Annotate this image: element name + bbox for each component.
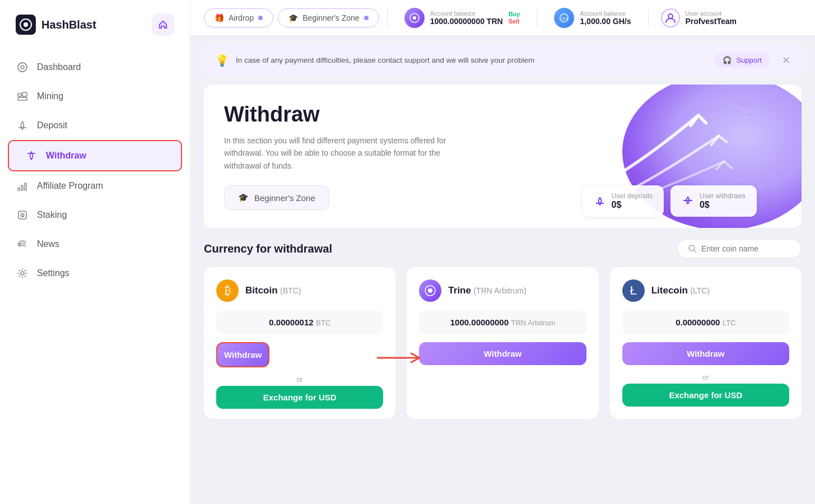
svg-point-14	[21, 272, 24, 275]
svg-rect-6	[18, 97, 27, 100]
coin-search-input[interactable]	[701, 244, 791, 253]
news-icon	[16, 237, 29, 251]
ltc-name-block: Litecoin (LTC)	[651, 285, 710, 296]
account-block-1: Account balance 1000.00000000 TRN Buy Se…	[395, 8, 529, 28]
coin-search-box[interactable]	[677, 239, 802, 258]
svg-text:$: $	[22, 213, 25, 218]
deposit-icon	[16, 119, 29, 132]
btc-card: ₿ Bitcoin (BTC) 0.00000012 BTC Withdraw	[204, 267, 395, 419]
sidebar-item-news[interactable]: News	[0, 230, 190, 259]
btc-exchange-button[interactable]: Exchange for USD	[216, 386, 383, 409]
btc-or-divider: or	[216, 375, 383, 384]
svg-point-2	[18, 63, 27, 72]
svg-rect-5	[22, 92, 27, 96]
ltc-exchange-button[interactable]: Exchange for USD	[622, 384, 789, 407]
sidebar-item-staking[interactable]: $ Staking	[0, 200, 190, 230]
sidebar-item-settings[interactable]: Settings	[0, 259, 190, 288]
airdrop-dot	[258, 16, 263, 20]
ltc-card: Ł Litecoin (LTC) 0.00000000 LTC Withdraw…	[610, 267, 802, 419]
search-icon	[688, 244, 697, 253]
sidebar-item-mining[interactable]: Mining	[0, 82, 190, 111]
airdrop-tab[interactable]: 🎁 Airdrop	[204, 8, 273, 27]
user-account-block: User account ProfvestTeam	[661, 8, 737, 27]
account-info-1: Account balance 1000.00000000 TRN	[430, 10, 503, 26]
logo-icon	[16, 15, 36, 35]
user-info: User account ProfvestTeam	[686, 10, 737, 26]
svg-point-19	[668, 14, 673, 18]
sidebar-item-withdraw[interactable]: Withdraw	[8, 140, 182, 171]
svg-rect-9	[25, 183, 26, 190]
beginners-zone-button[interactable]: 🎓 Beginner's Zone	[224, 185, 329, 210]
mining-icon	[16, 90, 29, 103]
svg-rect-4	[18, 94, 21, 96]
alert-icon: 💡	[215, 54, 229, 67]
topbar: 🎁 Airdrop 🎓 Beginner's Zone Account bala…	[190, 0, 815, 36]
account-avatar-2: GH	[554, 8, 574, 28]
stat-deposits-info: User deposits 0$	[612, 192, 653, 210]
topbar-divider-2	[537, 9, 537, 27]
withdraw-hero: Withdraw In this section you will find d…	[204, 85, 802, 228]
ltc-or-divider: or	[622, 373, 789, 381]
currency-cards: ₿ Bitcoin (BTC) 0.00000012 BTC Withdraw	[204, 267, 802, 419]
beginners-tab[interactable]: 🎓 Beginner's Zone	[278, 8, 379, 27]
close-alert-button[interactable]: ✕	[782, 54, 790, 67]
stat-withdraws-icon	[682, 195, 694, 207]
stat-deposits-icon	[594, 195, 606, 207]
ltc-header: Ł Litecoin (LTC)	[622, 279, 789, 302]
svg-point-22	[428, 288, 432, 293]
logo-left: HashBlast	[16, 15, 96, 35]
trn-name-block: Trine (TRN Arbitrum)	[448, 285, 526, 296]
svg-rect-8	[21, 185, 23, 190]
support-button[interactable]: 🎧 Support	[715, 53, 770, 68]
sidebar-item-dashboard[interactable]: Dashboard	[0, 53, 190, 82]
hero-stats: User deposits 0$ User withdraws 0$	[576, 185, 757, 217]
sidebar-item-affiliate[interactable]: Affiliate Program	[0, 171, 190, 200]
alert-banner: 💡 In case of any payment difficulties, p…	[204, 45, 802, 76]
trn-balance: 1000.00000000 TRN Arbitrum	[419, 311, 586, 334]
topbar-divider-3	[648, 9, 649, 27]
beginners-zone-icon: 🎓	[238, 193, 249, 203]
buy-sell: Buy Sell	[509, 11, 520, 25]
btc-withdraw-button[interactable]: Withdraw	[216, 342, 269, 367]
airdrop-icon: 🎁	[215, 13, 224, 22]
staking-icon: $	[16, 208, 29, 222]
trn-withdraw-button[interactable]: Withdraw	[419, 342, 586, 365]
stat-withdraws-info: User withdraws 0$	[700, 192, 746, 210]
btc-withdraw-container: Withdraw	[216, 342, 383, 373]
svg-text:GH: GH	[562, 16, 568, 21]
affiliate-icon	[16, 179, 29, 193]
stat-withdraws: User withdraws 0$	[670, 185, 757, 217]
beginners-icon: 🎓	[288, 13, 298, 22]
support-icon: 🎧	[723, 56, 732, 64]
home-button[interactable]	[152, 13, 174, 36]
btc-header: ₿ Bitcoin (BTC)	[216, 279, 383, 302]
settings-icon	[16, 267, 29, 280]
currency-section-header: Currency for withdrawal	[204, 239, 802, 258]
btc-name-block: Bitcoin (BTC)	[245, 285, 301, 296]
page-content: 💡 In case of any payment difficulties, p…	[190, 36, 815, 504]
main-content: 🎁 Airdrop 🎓 Beginner's Zone Account bala…	[190, 0, 815, 504]
trn-header: Trine (TRN Arbitrum)	[419, 279, 586, 302]
svg-point-3	[21, 66, 24, 69]
ltc-icon: Ł	[622, 279, 645, 302]
stat-deposits: User deposits 0$	[583, 185, 664, 217]
trn-icon	[419, 279, 441, 302]
btc-balance: 0.00000012 BTC	[216, 311, 383, 334]
svg-point-1	[24, 22, 28, 27]
btc-icon: ₿	[216, 279, 239, 302]
logo-text: HashBlast	[41, 18, 96, 31]
sidebar-item-deposit[interactable]: Deposit	[0, 111, 190, 140]
account-block-2: GH Account balance 1,000.00 GH/s	[545, 8, 640, 28]
sidebar: HashBlast Dashboard Mining	[0, 0, 190, 504]
dashboard-icon	[16, 60, 29, 74]
account-avatar-1	[404, 8, 425, 28]
account-info-2: Account balance 1,000.00 GH/s	[580, 10, 631, 26]
beginners-dot	[364, 16, 369, 20]
ltc-withdraw-button[interactable]: Withdraw	[622, 342, 789, 365]
section-title: Currency for withdrawal	[204, 242, 332, 255]
user-icon	[661, 8, 680, 27]
svg-rect-7	[18, 188, 20, 190]
alert-text: In case of any payment difficulties, ple…	[236, 56, 708, 64]
ltc-balance: 0.00000000 LTC	[622, 311, 789, 334]
hero-description: In this section you will find different …	[224, 134, 459, 172]
